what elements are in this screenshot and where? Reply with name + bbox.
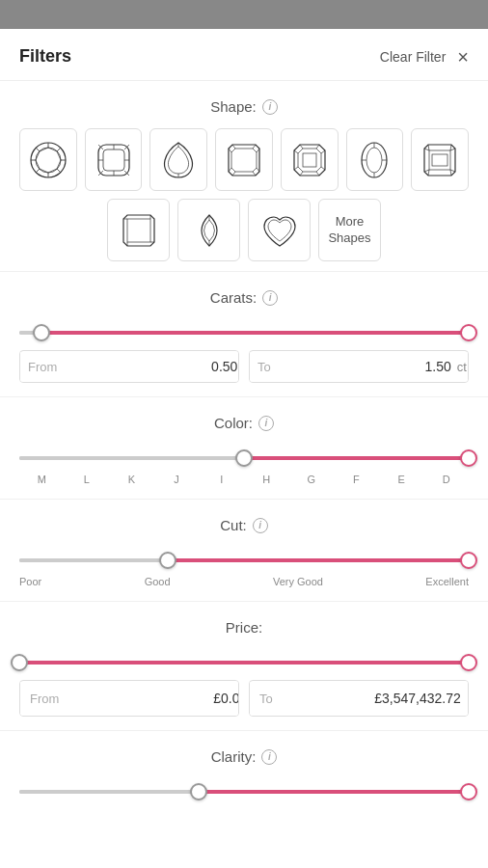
filters-header: Filters Clear Filter × [0,29,488,81]
carats-to-label: To [250,352,279,382]
carats-track-fill [41,331,469,335]
clarity-slider[interactable] [19,782,469,801]
svg-line-37 [316,145,319,149]
clarity-thumb-right[interactable] [460,783,477,800]
shapes-row-1 [19,128,469,191]
price-from-input[interactable] [68,681,239,716]
color-info-icon[interactable]: i [258,416,274,431]
more-shapes-button[interactable]: More Shapes [318,199,381,261]
svg-rect-35 [303,153,316,167]
color-label-f: F [334,474,379,485]
svg-marker-23 [229,145,259,176]
color-thumb-right[interactable] [460,449,477,467]
color-label-h: H [244,474,289,485]
carats-thumb-right[interactable] [460,324,477,341]
cut-thumb-left[interactable] [159,552,176,569]
top-bar [0,0,488,29]
svg-line-60 [428,170,429,176]
price-from-label: From [20,682,68,716]
cut-track-fill [168,558,469,562]
price-to-label: To [250,682,283,716]
svg-line-41 [300,172,303,176]
carats-to-group: To ct [249,350,469,383]
clarity-track-fill [199,790,469,794]
carats-slider[interactable] [19,323,469,342]
svg-line-43 [294,150,298,153]
price-to-input[interactable] [283,681,469,716]
shape-radiant[interactable] [215,128,273,191]
svg-marker-34 [298,149,321,172]
close-button[interactable]: × [457,47,469,67]
color-title: Color: i [19,415,469,431]
svg-line-36 [300,145,303,149]
carats-from-label: From [20,352,65,382]
price-input-row: From To [19,680,469,717]
cut-label-verygood: Very Good [273,576,323,587]
clarity-track [19,790,469,794]
shape-info-icon[interactable]: i [262,99,278,115]
shape-section-title: Shape: i [19,98,469,115]
svg-marker-10 [36,148,61,173]
carats-section: Carats: i From ct To ct [0,272,488,397]
cut-track [19,558,469,562]
cut-title: Cut: i [19,517,469,533]
price-thumb-right[interactable] [460,654,477,671]
price-to-group: To [249,680,469,717]
shape-cushion[interactable] [85,128,143,191]
shape-heart[interactable] [248,199,311,261]
shape-oval[interactable] [346,128,404,191]
clarity-section: Clarity: i [0,731,488,817]
svg-line-59 [450,170,451,176]
clear-filter-button[interactable]: Clear Filter [380,49,446,65]
color-label-g: G [289,474,335,485]
svg-line-53 [428,145,429,150]
carats-thumb-left[interactable] [33,324,50,341]
color-slider[interactable] [19,448,469,468]
svg-marker-24 [231,149,257,172]
color-label-k: K [109,474,154,485]
carats-from-group: From ct [19,350,239,383]
shape-pear[interactable] [149,128,207,191]
svg-point-45 [366,148,382,173]
price-thumb-left[interactable] [11,654,28,671]
carats-input-row: From ct To ct [19,350,469,383]
cut-info-icon[interactable]: i [253,518,268,533]
color-track-fill [244,456,469,460]
price-track [19,661,469,665]
svg-line-57 [450,170,455,172]
price-slider[interactable] [19,653,469,672]
cut-track-left [19,558,168,562]
shape-emerald[interactable] [411,128,469,191]
svg-rect-62 [127,219,150,242]
carats-info-icon[interactable]: i [262,290,278,306]
cut-slider[interactable] [19,551,469,570]
svg-line-8 [57,148,61,151]
color-section: Color: i M L K J I H G F E D [0,397,488,500]
clarity-info-icon[interactable]: i [261,749,277,765]
svg-line-54 [450,145,451,150]
svg-line-9 [36,169,40,173]
svg-line-38 [321,150,325,153]
shape-asscher[interactable] [281,128,339,191]
cut-thumb-right[interactable] [460,552,477,569]
color-tick-labels: M L K J I H G F E D [19,474,469,485]
shape-round[interactable] [19,128,77,191]
color-thumb-left[interactable] [235,449,253,467]
svg-marker-61 [123,215,154,246]
color-label-j: J [154,474,200,485]
shapes-row-2: More Shapes [19,199,469,261]
carats-to-input[interactable] [279,351,455,382]
carats-track [19,331,469,335]
cut-label-poor: Poor [19,576,41,587]
carats-from-input[interactable] [65,351,239,382]
svg-line-40 [316,172,319,176]
cut-label-excellent: Excellent [425,576,469,587]
svg-marker-33 [294,145,325,176]
svg-line-58 [424,170,429,172]
svg-line-6 [36,148,40,151]
cut-tick-labels: Poor Good Very Good Excellent [19,576,469,587]
clarity-track-left [19,790,199,794]
shape-marquise[interactable] [177,199,240,261]
clarity-thumb-left[interactable] [190,783,207,800]
shape-princess[interactable] [107,199,170,261]
